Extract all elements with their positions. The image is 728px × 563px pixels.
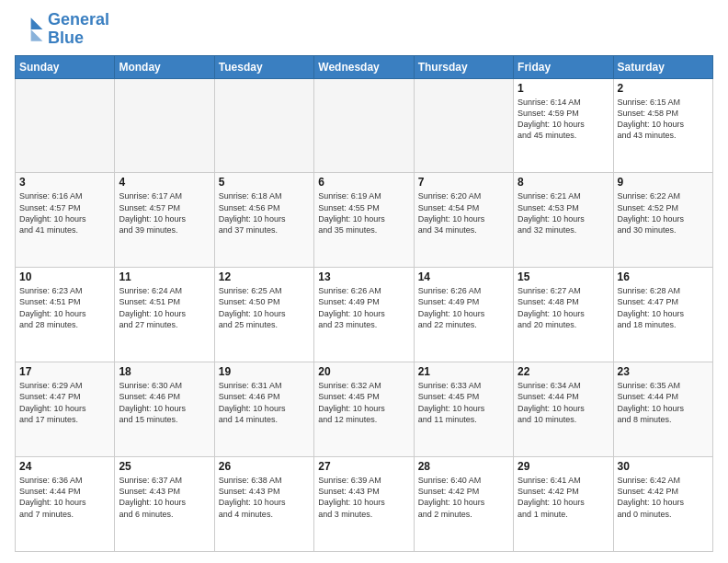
calendar-cell: 16Sunrise: 6:28 AM Sunset: 4:47 PM Dayli… [613,268,712,362]
weekday-header-monday: Monday [115,55,214,78]
weekday-header-row: SundayMondayTuesdayWednesdayThursdayFrid… [16,55,713,78]
calendar-cell: 10Sunrise: 6:23 AM Sunset: 4:51 PM Dayli… [16,268,115,362]
day-number: 23 [618,365,709,378]
logo-icon [15,15,44,44]
calendar-cell: 28Sunrise: 6:40 AM Sunset: 4:42 PM Dayli… [414,457,513,552]
week-row-5: 24Sunrise: 6:36 AM Sunset: 4:44 PM Dayli… [16,457,713,552]
day-number: 30 [618,460,709,473]
svg-marker-1 [31,29,43,41]
day-number: 26 [219,460,310,473]
day-number: 29 [518,460,609,473]
day-info: Sunrise: 6:27 AM Sunset: 4:48 PM Dayligh… [518,285,609,330]
weekday-header-wednesday: Wednesday [314,55,414,78]
day-number: 27 [318,460,409,473]
calendar-cell: 3Sunrise: 6:16 AM Sunset: 4:57 PM Daylig… [16,173,115,268]
day-number: 6 [318,176,409,189]
svg-marker-0 [31,17,43,29]
day-info: Sunrise: 6:33 AM Sunset: 4:45 PM Dayligh… [418,380,509,425]
calendar-cell [115,78,214,173]
calendar-cell: 27Sunrise: 6:39 AM Sunset: 4:43 PM Dayli… [314,457,414,552]
day-info: Sunrise: 6:28 AM Sunset: 4:47 PM Dayligh… [618,285,709,330]
day-number: 22 [518,365,609,378]
calendar-cell: 9Sunrise: 6:22 AM Sunset: 4:52 PM Daylig… [613,173,712,268]
day-info: Sunrise: 6:15 AM Sunset: 4:58 PM Dayligh… [618,97,709,142]
calendar-cell: 20Sunrise: 6:32 AM Sunset: 4:45 PM Dayli… [314,362,414,457]
day-info: Sunrise: 6:36 AM Sunset: 4:44 PM Dayligh… [19,475,110,520]
day-info: Sunrise: 6:25 AM Sunset: 4:50 PM Dayligh… [219,285,310,330]
day-info: Sunrise: 6:14 AM Sunset: 4:59 PM Dayligh… [518,97,609,142]
day-info: Sunrise: 6:20 AM Sunset: 4:54 PM Dayligh… [418,190,509,236]
day-number: 11 [119,270,210,283]
weekday-header-tuesday: Tuesday [214,55,313,78]
day-info: Sunrise: 6:24 AM Sunset: 4:51 PM Dayligh… [119,285,210,330]
day-info: Sunrise: 6:17 AM Sunset: 4:57 PM Dayligh… [119,190,210,236]
day-info: Sunrise: 6:40 AM Sunset: 4:42 PM Dayligh… [418,475,509,520]
calendar-cell: 6Sunrise: 6:19 AM Sunset: 4:55 PM Daylig… [314,173,414,268]
calendar-cell: 2Sunrise: 6:15 AM Sunset: 4:58 PM Daylig… [613,78,712,173]
calendar-cell: 1Sunrise: 6:14 AM Sunset: 4:59 PM Daylig… [514,78,613,173]
calendar-cell: 14Sunrise: 6:26 AM Sunset: 4:49 PM Dayli… [414,268,513,362]
day-info: Sunrise: 6:42 AM Sunset: 4:42 PM Dayligh… [618,475,709,520]
calendar-cell: 8Sunrise: 6:21 AM Sunset: 4:53 PM Daylig… [514,173,613,268]
header: General Blue [15,11,713,48]
week-row-1: 1Sunrise: 6:14 AM Sunset: 4:59 PM Daylig… [16,78,713,173]
day-number: 7 [418,176,509,189]
day-number: 1 [518,82,609,95]
calendar-cell [414,78,513,173]
calendar-cell: 12Sunrise: 6:25 AM Sunset: 4:50 PM Dayli… [214,268,313,362]
weekday-header-friday: Friday [514,55,613,78]
day-number: 4 [119,176,210,189]
day-number: 16 [618,270,709,283]
day-number: 28 [418,460,509,473]
weekday-header-saturday: Saturday [613,55,712,78]
day-number: 25 [119,460,210,473]
day-number: 12 [219,270,310,283]
day-info: Sunrise: 6:18 AM Sunset: 4:56 PM Dayligh… [219,190,310,236]
calendar-table: SundayMondayTuesdayWednesdayThursdayFrid… [15,55,713,552]
day-number: 2 [618,82,709,95]
calendar-cell: 26Sunrise: 6:38 AM Sunset: 4:43 PM Dayli… [214,457,313,552]
calendar-cell [16,78,115,173]
day-info: Sunrise: 6:38 AM Sunset: 4:43 PM Dayligh… [219,475,310,520]
day-number: 21 [418,365,509,378]
day-number: 13 [318,270,409,283]
day-number: 17 [19,365,110,378]
day-number: 19 [219,365,310,378]
calendar-cell: 25Sunrise: 6:37 AM Sunset: 4:43 PM Dayli… [115,457,214,552]
day-info: Sunrise: 6:31 AM Sunset: 4:46 PM Dayligh… [219,380,310,425]
day-info: Sunrise: 6:16 AM Sunset: 4:57 PM Dayligh… [19,190,110,236]
day-info: Sunrise: 6:23 AM Sunset: 4:51 PM Dayligh… [19,285,110,330]
calendar-cell: 5Sunrise: 6:18 AM Sunset: 4:56 PM Daylig… [214,173,313,268]
logo: General Blue [15,11,109,48]
calendar-cell [314,78,414,173]
calendar-cell: 30Sunrise: 6:42 AM Sunset: 4:42 PM Dayli… [613,457,712,552]
calendar-cell: 13Sunrise: 6:26 AM Sunset: 4:49 PM Dayli… [314,268,414,362]
week-row-3: 10Sunrise: 6:23 AM Sunset: 4:51 PM Dayli… [16,268,713,362]
week-row-4: 17Sunrise: 6:29 AM Sunset: 4:47 PM Dayli… [16,362,713,457]
calendar-cell: 19Sunrise: 6:31 AM Sunset: 4:46 PM Dayli… [214,362,313,457]
day-info: Sunrise: 6:21 AM Sunset: 4:53 PM Dayligh… [518,190,609,236]
calendar-cell: 24Sunrise: 6:36 AM Sunset: 4:44 PM Dayli… [16,457,115,552]
week-row-2: 3Sunrise: 6:16 AM Sunset: 4:57 PM Daylig… [16,173,713,268]
weekday-header-sunday: Sunday [16,55,115,78]
calendar-cell: 15Sunrise: 6:27 AM Sunset: 4:48 PM Dayli… [514,268,613,362]
calendar-cell: 17Sunrise: 6:29 AM Sunset: 4:47 PM Dayli… [16,362,115,457]
day-info: Sunrise: 6:32 AM Sunset: 4:45 PM Dayligh… [318,380,409,425]
day-number: 10 [19,270,110,283]
logo-text: General Blue [48,11,109,48]
day-info: Sunrise: 6:34 AM Sunset: 4:44 PM Dayligh… [518,380,609,425]
day-info: Sunrise: 6:41 AM Sunset: 4:42 PM Dayligh… [518,475,609,520]
day-number: 18 [119,365,210,378]
day-number: 5 [219,176,310,189]
day-info: Sunrise: 6:26 AM Sunset: 4:49 PM Dayligh… [418,285,509,330]
calendar-cell: 7Sunrise: 6:20 AM Sunset: 4:54 PM Daylig… [414,173,513,268]
day-number: 15 [518,270,609,283]
calendar-cell: 29Sunrise: 6:41 AM Sunset: 4:42 PM Dayli… [514,457,613,552]
page: General Blue SundayMondayTuesdayWednesda… [0,0,728,563]
calendar-cell: 4Sunrise: 6:17 AM Sunset: 4:57 PM Daylig… [115,173,214,268]
day-number: 14 [418,270,509,283]
calendar-cell: 18Sunrise: 6:30 AM Sunset: 4:46 PM Dayli… [115,362,214,457]
day-info: Sunrise: 6:26 AM Sunset: 4:49 PM Dayligh… [318,285,409,330]
calendar-cell: 23Sunrise: 6:35 AM Sunset: 4:44 PM Dayli… [613,362,712,457]
day-number: 8 [518,176,609,189]
